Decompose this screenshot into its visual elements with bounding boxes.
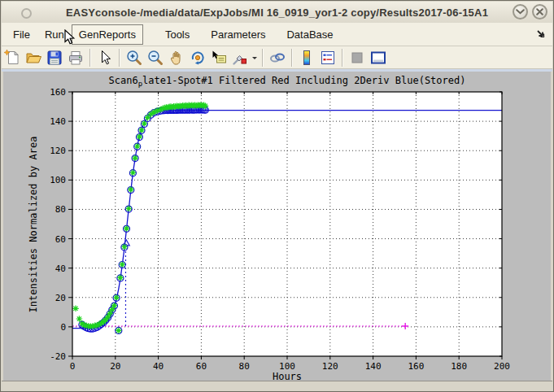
y-axis-label: Intensities Normalized by Area — [28, 137, 39, 313]
svg-text:100: 100 — [50, 175, 66, 185]
pan-tool-button[interactable] — [166, 48, 187, 68]
svg-text:40: 40 — [55, 264, 66, 274]
link-chain-icon — [268, 49, 286, 67]
insert-colorbar-button[interactable] — [296, 48, 317, 68]
zoom-in-button[interactable] — [124, 48, 145, 68]
svg-text:80: 80 — [55, 204, 66, 215]
zoom-in-icon — [125, 49, 143, 67]
close-button[interactable] — [532, 4, 547, 20]
toolbar-separator — [89, 49, 91, 67]
pan-hand-icon — [168, 49, 185, 67]
save-button[interactable] — [44, 48, 65, 68]
chevron-down-icon — [516, 9, 525, 15]
rotate-3d-button[interactable] — [187, 48, 208, 68]
plottools-show-button[interactable] — [368, 48, 389, 68]
svg-text:60: 60 — [55, 234, 66, 245]
svg-text:160: 160 — [50, 87, 66, 98]
link-plots-button[interactable] — [267, 48, 288, 68]
rotate-3d-icon — [189, 49, 207, 67]
close-icon — [536, 8, 543, 15]
data-cursor-button[interactable] — [208, 48, 229, 68]
title-bar[interactable]: EASYconsole-/media/data/ExpJobs/MI 16_09… — [2, 2, 552, 24]
menu-file[interactable]: File — [6, 24, 37, 45]
pointer-icon — [96, 49, 114, 67]
plottools-off-icon — [348, 49, 366, 67]
brush-icon — [231, 49, 249, 67]
figure-area: 020406080100120140160180200-200204060801… — [3, 72, 551, 383]
save-floppy-icon — [46, 49, 63, 67]
window-bottom-border — [2, 381, 552, 390]
colorbar-icon — [298, 49, 316, 67]
window-menu-icon[interactable] — [21, 8, 32, 19]
toolbar-separator — [342, 49, 343, 67]
plottools-show-icon — [369, 49, 387, 67]
app-window: EASYconsole-/media/data/ExpJobs/MI 16_09… — [0, 0, 554, 392]
menu-bar: File Run GenReports Tools Parameters Dat… — [2, 23, 552, 46]
dropdown-caret-icon — [251, 50, 258, 65]
menu-parameters[interactable]: Parameters — [203, 24, 273, 45]
open-file-button[interactable] — [23, 48, 44, 68]
data-cursor-icon — [210, 49, 228, 67]
new-file-button[interactable] — [2, 48, 23, 68]
svg-text:20: 20 — [55, 293, 66, 303]
plot-canvas[interactable]: 020406080100120140160180200-200204060801… — [3, 72, 552, 383]
svg-text:-20: -20 — [50, 351, 66, 362]
new-file-icon — [3, 49, 21, 67]
printer-icon — [67, 49, 85, 67]
menu-tools[interactable]: Tools — [158, 24, 197, 45]
brush-dropdown-button[interactable] — [251, 48, 259, 68]
plot-title: Scan6plate1-Spot#1 Filtered Red Includin… — [72, 75, 502, 88]
svg-text:0: 0 — [60, 322, 66, 333]
toolbar-separator — [262, 49, 264, 67]
toolbar — [2, 46, 552, 69]
dock-arrow-icon[interactable] — [536, 29, 546, 41]
pointer-tool-button[interactable] — [94, 48, 116, 68]
window-title: EASYconsole-/media/data/ExpJobs/MI 16_09… — [66, 7, 488, 19]
insert-legend-button[interactable] — [317, 48, 338, 68]
zoom-out-icon — [146, 49, 164, 67]
legend-icon — [319, 49, 337, 67]
plottools-off-button[interactable] — [347, 48, 368, 68]
mouse-cursor-icon — [64, 29, 76, 50]
menu-database[interactable]: DataBase — [279, 24, 340, 45]
rollup-button[interactable] — [513, 4, 528, 20]
zoom-out-button[interactable] — [145, 48, 166, 68]
svg-text:120: 120 — [50, 146, 66, 156]
svg-text:140: 140 — [50, 116, 66, 127]
toolbar-separator — [291, 49, 293, 67]
toolbar-separator — [119, 49, 120, 67]
open-folder-icon — [24, 49, 42, 67]
brush-tool-button[interactable] — [229, 48, 251, 68]
print-button[interactable] — [65, 48, 86, 68]
menu-genreports[interactable]: GenReports — [72, 24, 143, 45]
